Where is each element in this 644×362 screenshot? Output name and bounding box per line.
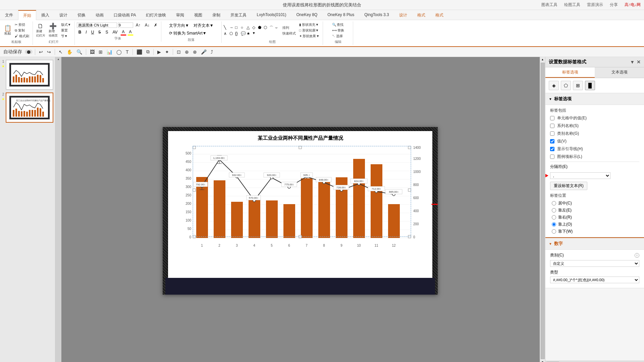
tab-dev[interactable]: 开发工具 [225, 10, 252, 20]
misc1[interactable]: ⊡ [175, 49, 182, 55]
tab-home[interactable]: 开始 [18, 10, 36, 20]
scroll-up-arrow[interactable]: ▲ [540, 57, 545, 62]
shape-more[interactable]: ▼ [252, 31, 258, 36]
align-text-button[interactable]: 对齐文本▼ [192, 22, 215, 29]
shape-5[interactable]: ⬟ [258, 25, 263, 31]
text-direction-button[interactable]: 文字方向▼ [167, 22, 191, 29]
tab-design[interactable]: 设计 [54, 10, 72, 20]
effect-button[interactable]: ✦ 形状效果▼ [298, 34, 321, 39]
auto-save-toggle[interactable]: 自动保存 [2, 48, 23, 56]
scroll-down-arrow[interactable]: ▼ [540, 360, 545, 362]
find-button[interactable]: 🔍 查找 [331, 22, 346, 27]
icon-diamond[interactable]: ◈ [549, 81, 559, 90]
add-anim-button[interactable]: ➕ 新增动画页 [47, 22, 59, 39]
checkbox-series-name[interactable] [550, 124, 554, 128]
slide-2-thumb[interactable]: 某工业企业两种不同属性产品产量情况 [6, 93, 53, 123]
shape-9[interactable]: ∧ [224, 31, 229, 36]
shape-rect[interactable]: □ [235, 25, 240, 31]
tab-transitions[interactable]: 切换 [72, 10, 91, 20]
font-size-input[interactable] [118, 22, 133, 28]
align-tool[interactable]: ⬛ [135, 49, 144, 55]
shape-10[interactable]: ⬠ [229, 31, 235, 36]
font-spacing-button[interactable]: AV [111, 29, 119, 35]
shape-brace[interactable]: {} [235, 31, 240, 36]
tab-slideshow[interactable]: 幻灯片放映 [141, 10, 171, 20]
zoom-tool[interactable]: 🔍 [75, 49, 84, 55]
clear-format-button[interactable]: ✗ [152, 22, 159, 28]
tab-animations[interactable]: 动画 [91, 10, 109, 20]
paste-button[interactable]: 📋 粘贴 [3, 24, 13, 37]
tab-onekey8q[interactable]: OneKey 8Q [291, 10, 323, 20]
radio-left[interactable] [552, 208, 556, 213]
insert-img[interactable]: 🖼 [89, 49, 96, 55]
insert-table[interactable]: ⊞ [97, 49, 104, 55]
tab-review[interactable]: 审阅 [171, 10, 189, 20]
tab-design2[interactable]: 设计 [394, 10, 412, 20]
scroll-up-btn[interactable]: ▲ [57, 58, 60, 61]
canvas-area[interactable]: ▲ 某工业企业两种不同属性产品产量情况 [55, 57, 545, 362]
number-category-dropdown[interactable]: 自定义 [550, 260, 639, 267]
tab-onekey8plus[interactable]: OneKey 8 Plus [322, 10, 359, 20]
section-button[interactable]: 节▼ [60, 34, 72, 39]
icon-pentagon[interactable]: ⬠ [561, 81, 571, 90]
shape-line[interactable]: ╲ [224, 25, 229, 31]
italic-button[interactable]: I [84, 29, 88, 35]
mic-btn[interactable]: 🎤 [200, 49, 208, 55]
slide-1-thumb[interactable] [6, 60, 53, 90]
copy-button[interactable]: ⧉ 复制 [13, 28, 31, 33]
checkbox-category-name[interactable] [550, 131, 554, 136]
convert-smartart-button[interactable]: ⟳ 转换为 SmartArt▼ [167, 30, 208, 37]
shadow-button[interactable]: S [104, 29, 110, 35]
tab-record[interactable]: 录制 [207, 10, 225, 20]
toggle-on[interactable]: ⬤ [25, 50, 33, 54]
panel-scrollbar[interactable] [545, 361, 644, 362]
tab-file[interactable]: 文件 [0, 10, 18, 20]
radio-center[interactable] [552, 201, 556, 205]
laser-btn[interactable]: ✦ [164, 49, 170, 55]
arrange-button[interactable]: 排列 [281, 25, 297, 31]
new-slide-button[interactable]: 🗋 新建幻灯片 [35, 22, 47, 39]
checkbox-value[interactable] [550, 139, 554, 143]
tab-format1[interactable]: 格式 [412, 10, 430, 20]
shape-tri[interactable]: △ [247, 25, 252, 31]
tab-lvyh[interactable]: LvyhTools(0101) [252, 10, 291, 20]
tab-view[interactable]: 视图 [189, 10, 207, 20]
reset-label-text-button[interactable]: 重设标签文本(R) [550, 182, 587, 190]
tab-insert[interactable]: 插入 [36, 10, 54, 20]
shape-circle[interactable]: ○ [241, 25, 246, 31]
tab-pa[interactable]: 口袋动画 PA [109, 10, 141, 20]
radio-right[interactable] [552, 215, 556, 220]
underline-button[interactable]: U [90, 29, 96, 35]
insert-chart[interactable]: 📊 [105, 49, 114, 55]
icon-grid[interactable]: ⊞ [573, 81, 583, 90]
vertical-scrollbar[interactable]: ▲ ▼ [540, 57, 545, 362]
shape-callout[interactable]: 💬 [241, 31, 246, 36]
tab-format2[interactable]: 格式 [430, 10, 448, 20]
replace-button[interactable]: ⟺ 替换 [331, 28, 346, 33]
panel-close-icon[interactable]: ✕ [637, 59, 641, 65]
number-type-dropdown[interactable]: #,##0.00_)*个*;[红色](#,##0.00) [550, 277, 639, 283]
highlight-button[interactable]: A [127, 29, 133, 36]
quick-style-button[interactable]: 快速样式 [281, 31, 297, 36]
decrease-font-button[interactable]: A↓ [143, 22, 151, 28]
shape-7[interactable]: ⌒ [269, 25, 275, 31]
misc3[interactable]: ⊗ [192, 49, 198, 55]
redo-button[interactable]: ↪ [46, 49, 52, 55]
font-color-button[interactable]: A [120, 29, 126, 36]
strikethrough-button[interactable]: S̶ [97, 29, 103, 35]
tab-label-options[interactable]: 标签选项 [545, 67, 595, 78]
reset-button[interactable]: 重置 [60, 28, 72, 33]
group-tool[interactable]: ⧉ [145, 48, 151, 55]
misc2[interactable]: ⊕ [183, 49, 190, 55]
icon-bar-chart[interactable]: ▐▌ [585, 81, 595, 90]
shape-star[interactable]: ★ [247, 31, 252, 36]
increase-font-button[interactable]: A↑ [134, 22, 142, 28]
insert-text[interactable]: T [124, 49, 130, 55]
shape-6[interactable]: ⬡ [264, 25, 269, 31]
shape-8[interactable]: ⌣ [275, 25, 280, 31]
share-btn[interactable]: 分享 [610, 2, 618, 8]
snow-tools-tab[interactable]: 雷原演示 [587, 2, 603, 8]
tab-text-options[interactable]: 文本选项 [595, 67, 644, 78]
shape-arrow[interactable]: → [229, 25, 235, 31]
cut-button[interactable]: ✂ 剪切 [13, 22, 31, 27]
